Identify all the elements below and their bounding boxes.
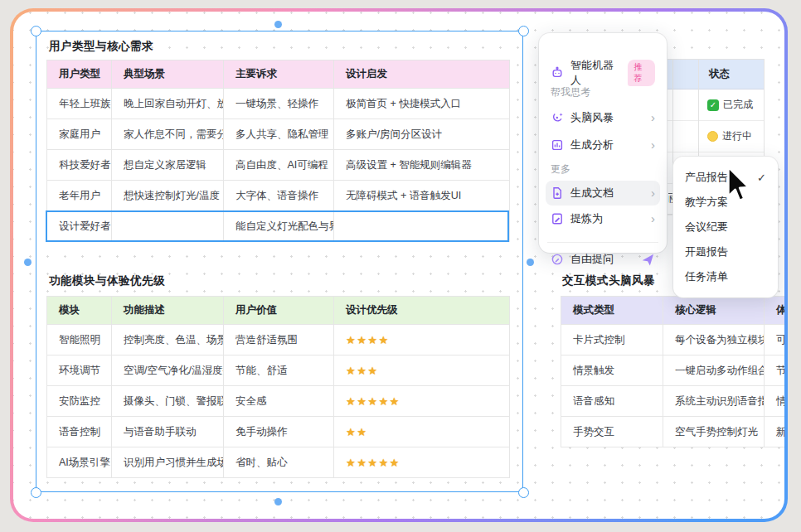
table-header-row: 用户类型 典型场景 主要诉求 设计启发 xyxy=(47,60,510,89)
check-icon: ✓ xyxy=(707,99,719,111)
star-rating: ★★ xyxy=(346,426,367,438)
menu-item-refine-as[interactable]: 提炼为 › xyxy=(546,207,660,230)
menu-section-more: 更多 xyxy=(551,162,570,177)
interaction-table[interactable]: 模式类型 核心逻辑 体验亮 卡片式控制每个设备为独立模块可视化 情景触发一键启动… xyxy=(561,296,784,447)
menu-section-think: 帮我思考 xyxy=(551,85,590,99)
table-row[interactable]: 语音感知系统主动识别语音指令情感化 xyxy=(561,386,785,417)
table-title-modules: 功能模块与体验优先级 xyxy=(49,273,165,288)
ai-context-menu: 智能机器人 推荐 帮我思考 头脑风暴 › xyxy=(539,33,667,253)
menu-item-robot[interactable]: 智能机器人 推荐 xyxy=(546,61,660,85)
in-progress-icon xyxy=(707,131,718,142)
brainstorm-icon xyxy=(551,111,564,124)
table-title-interaction: 交互模式头脑风暴 xyxy=(562,273,655,288)
table-header-row: 模块 功能描述 用户价值 设计优先级 xyxy=(47,297,510,325)
refine-icon xyxy=(551,212,564,225)
table-row[interactable]: 手势交互空气手势控制灯光新颖但 xyxy=(561,417,785,447)
submenu-item-opening-report[interactable]: 开题报告 xyxy=(673,239,778,264)
modules-table[interactable]: 模块 功能描述 用户价值 设计优先级 智能照明控制亮度、色温、场景模式营造舒适氛… xyxy=(46,296,510,478)
board-page-border: 用户类型与核心需求 用户类型 典型场景 主要诉求 设计启发 年轻上班族晚上回家自… xyxy=(10,8,788,522)
table-row[interactable]: AI场景引擎识别用户习惯并生成场景省时、贴心 ★★★★★ xyxy=(47,447,510,478)
check-icon: ✓ xyxy=(757,172,766,184)
selection-handle-bottom-mid[interactable] xyxy=(274,498,282,505)
table-row[interactable]: 科技爱好者想自定义家居逻辑高自由度、AI可编程高级设置 + 智能规则编辑器 xyxy=(47,150,510,181)
recommend-badge: 推荐 xyxy=(628,60,655,86)
robot-icon xyxy=(551,66,564,80)
selection-handle-top-mid[interactable] xyxy=(274,21,282,28)
submenu-item-meeting-minutes[interactable]: 会议纪要 xyxy=(673,215,778,239)
selection-handle-bottom-left[interactable] xyxy=(31,487,41,498)
status-table-header: 状态 xyxy=(653,60,764,89)
table-row[interactable]: 年轻上班族晚上回家自动开灯、放音乐一键场景、轻操作极简首页 + 快捷模式入口 xyxy=(47,89,510,119)
table-row[interactable]: 情景触发一键启动多动作组合节省操 xyxy=(561,355,785,386)
menu-item-brainstorm[interactable]: 头脑风暴 › xyxy=(546,106,660,129)
menu-item-analysis[interactable]: 生成分析 › xyxy=(546,133,660,157)
send-icon[interactable] xyxy=(641,253,655,267)
selection-handle-left-mid[interactable] xyxy=(24,259,32,266)
chevron-right-icon: › xyxy=(651,111,655,123)
mouse-cursor xyxy=(725,166,750,204)
document-plus-icon xyxy=(551,186,564,200)
submenu-item-task-list[interactable]: 任务清单 xyxy=(673,264,778,289)
dotted-canvas[interactable]: 用户类型与核心需求 用户类型 典型场景 主要诉求 设计启发 年轻上班族晚上回家自… xyxy=(13,12,784,519)
table-row[interactable]: 安防监控摄像头、门锁、警报联动安全感 ★★★★★ xyxy=(47,386,510,417)
table-row[interactable]: 老年用户想快速控制灯光/温度大字体、语音操作无障碍模式 + 语音触发UI xyxy=(47,181,510,211)
star-rating: ★★★★★ xyxy=(346,457,400,469)
canvas-background: 用户类型与核心需求 用户类型 典型场景 主要诉求 设计启发 年轻上班族晚上回家自… xyxy=(0,0,801,532)
table-row[interactable]: 智能照明控制亮度、色温、场景模式营造舒适氛围 ★★★★ xyxy=(47,325,510,355)
table-row[interactable]: ✓ 已完成 xyxy=(653,89,764,121)
star-rating: ★★★ xyxy=(346,365,378,377)
table-row[interactable]: 家庭用户家人作息不同，需要分区控制多人共享、隐私管理多账户/房间分区设计 xyxy=(47,119,510,150)
star-rating: ★★★★ xyxy=(346,334,390,346)
selected-row-outline xyxy=(46,210,509,242)
selection-handle-top-right[interactable] xyxy=(518,26,529,36)
table-row[interactable]: 语音控制与语音助手联动免手动操作 ★★ xyxy=(47,417,510,447)
table-row[interactable]: 环境调节空调/空气净化/温湿度控制节能、舒适 ★★★ xyxy=(47,355,510,386)
compose-icon xyxy=(551,253,564,266)
selection-handle-right-mid[interactable] xyxy=(527,259,534,266)
analysis-icon xyxy=(551,138,564,152)
table-title-user-needs: 用户类型与核心需求 xyxy=(49,39,153,54)
star-rating: ★★★★★ xyxy=(346,395,400,408)
table-row[interactable]: 进行中 xyxy=(653,121,764,152)
selection-handle-top-left[interactable] xyxy=(31,26,41,36)
table-row[interactable]: 卡片式控制每个设备为独立模块可视化 xyxy=(561,325,785,355)
selection-handle-bottom-right[interactable] xyxy=(518,487,529,498)
chevron-right-icon: › xyxy=(651,138,655,151)
chevron-right-icon: › xyxy=(651,186,655,199)
chevron-right-icon: › xyxy=(651,212,655,225)
menu-divider xyxy=(547,242,658,243)
menu-item-free-ask[interactable]: 自由提问 xyxy=(546,248,660,271)
table-header-row: 模式类型 核心逻辑 体验亮 xyxy=(561,297,785,325)
menu-item-generate-document[interactable]: 生成文档 › xyxy=(546,181,660,206)
